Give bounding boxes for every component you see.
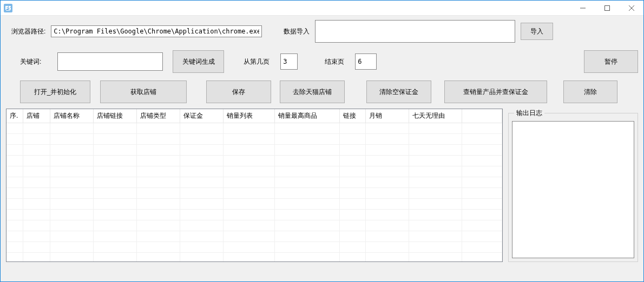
maximize-button[interactable]	[595, 1, 619, 15]
table-row[interactable]	[6, 166, 502, 177]
clear-empty-deposit-button[interactable]: 清除空保证金	[366, 80, 431, 103]
svg-rect-0	[4, 4, 12, 12]
table-row[interactable]	[6, 220, 502, 231]
table-row[interactable]	[6, 188, 502, 199]
minimize-icon	[580, 5, 586, 11]
table-row[interactable]	[6, 253, 502, 263]
table-row[interactable]	[6, 242, 502, 253]
table-row[interactable]	[6, 231, 502, 242]
browser-path-label: 浏览器路径:	[11, 27, 45, 36]
col-shop[interactable]: 店铺	[23, 109, 50, 123]
close-button[interactable]	[619, 1, 643, 15]
titlebar	[1, 1, 643, 16]
app-window: 浏览器路径: 数据导入 导入 关键词: 关键词生成 从第几页 结束页 暂停 打开…	[0, 0, 644, 282]
table-row[interactable]	[6, 177, 502, 188]
remove-tmall-button[interactable]: 去除天猫店铺	[280, 80, 345, 103]
col-sales-list[interactable]: 销量列表	[223, 109, 274, 123]
open-init-button[interactable]: 打开_并初始化	[20, 80, 90, 103]
minimize-button[interactable]	[570, 1, 595, 15]
col-seven-day[interactable]: 七天无理由	[409, 109, 462, 123]
table-row[interactable]	[6, 145, 502, 156]
data-import-label: 数据导入	[284, 27, 310, 36]
log-groupbox: 输出日志	[508, 109, 638, 262]
log-textarea[interactable]	[512, 121, 634, 258]
col-spacer	[462, 109, 502, 123]
col-shop-type[interactable]: 店铺类型	[136, 109, 180, 123]
from-page-label: 从第几页	[244, 57, 270, 66]
save-button[interactable]: 保存	[206, 80, 271, 103]
browser-path-input[interactable]	[51, 25, 262, 37]
pause-button[interactable]: 暂停	[584, 50, 638, 73]
clear-button[interactable]: 清除	[563, 80, 617, 103]
end-page-label: 结束页	[325, 57, 344, 66]
table-header-row: 序. 店铺 店铺名称 店铺链接 店铺类型 保证金 销量列表 销量最高商品 链接 …	[6, 109, 502, 123]
table-row[interactable]	[6, 210, 502, 220]
col-index[interactable]: 序.	[6, 109, 23, 123]
svg-rect-2	[604, 5, 609, 10]
check-sales-deposit-button[interactable]: 查销量产品并查保证金	[444, 80, 547, 103]
app-icon	[4, 4, 12, 12]
col-shop-link[interactable]: 店铺链接	[93, 109, 136, 123]
col-month-sales[interactable]: 月销	[365, 109, 409, 123]
col-top-product[interactable]: 销量最高商品	[274, 109, 339, 123]
table-row[interactable]	[6, 199, 502, 210]
maximize-icon	[604, 5, 610, 11]
end-page-input[interactable]	[355, 53, 377, 70]
col-deposit[interactable]: 保证金	[180, 109, 223, 123]
from-page-input[interactable]	[280, 53, 298, 70]
keyword-input[interactable]	[57, 52, 163, 71]
col-link[interactable]: 链接	[339, 109, 365, 123]
log-content	[512, 122, 634, 258]
data-import-input[interactable]	[315, 20, 515, 43]
generate-keyword-button[interactable]: 关键词生成	[173, 50, 224, 73]
log-legend: 输出日志	[514, 109, 544, 118]
keyword-label: 关键词:	[20, 57, 41, 66]
import-button[interactable]: 导入	[521, 23, 553, 40]
table-row[interactable]	[6, 156, 502, 166]
get-shop-button[interactable]: 获取店铺	[100, 80, 187, 103]
close-icon	[629, 5, 634, 11]
col-shop-name[interactable]: 店铺名称	[50, 109, 93, 123]
table-row[interactable]	[6, 134, 502, 145]
table-body	[6, 123, 502, 263]
client-area: 浏览器路径: 数据导入 导入 关键词: 关键词生成 从第几页 结束页 暂停 打开…	[1, 16, 643, 281]
table-row[interactable]	[6, 123, 502, 134]
data-table[interactable]: 序. 店铺 店铺名称 店铺链接 店铺类型 保证金 销量列表 销量最高商品 链接 …	[6, 109, 503, 262]
